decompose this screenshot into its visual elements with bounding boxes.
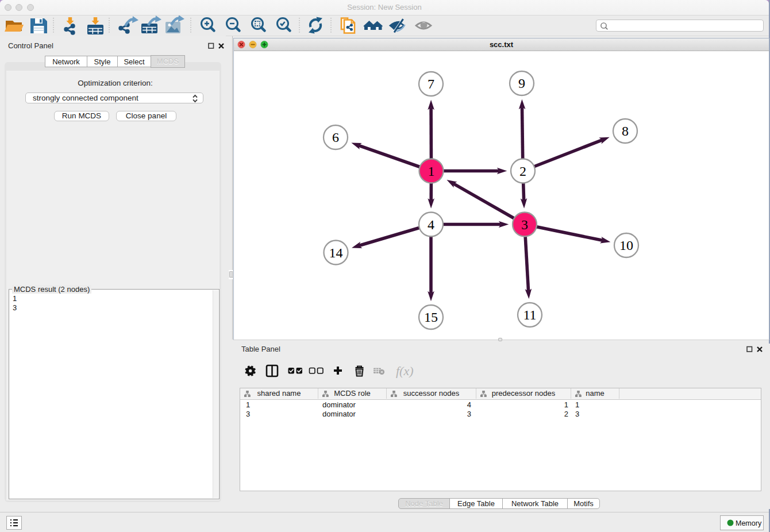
svg-text:Memory: Memory [736,519,762,527]
svg-text:3: 3 [521,217,528,232]
svg-text:6: 6 [332,130,339,145]
svg-text:15: 15 [424,310,438,325]
svg-text:2: 2 [519,164,526,179]
svg-text:8: 8 [622,124,629,138]
svg-text:f(x): f(x) [396,364,414,378]
svg-text:11: 11 [523,307,536,322]
svg-text:9: 9 [518,76,525,91]
svg-text:1: 1 [428,164,435,179]
svg-text:10: 10 [619,238,633,253]
svg-text:4: 4 [428,217,434,232]
svg-text:14: 14 [329,245,343,260]
svg-text:7: 7 [428,76,434,91]
